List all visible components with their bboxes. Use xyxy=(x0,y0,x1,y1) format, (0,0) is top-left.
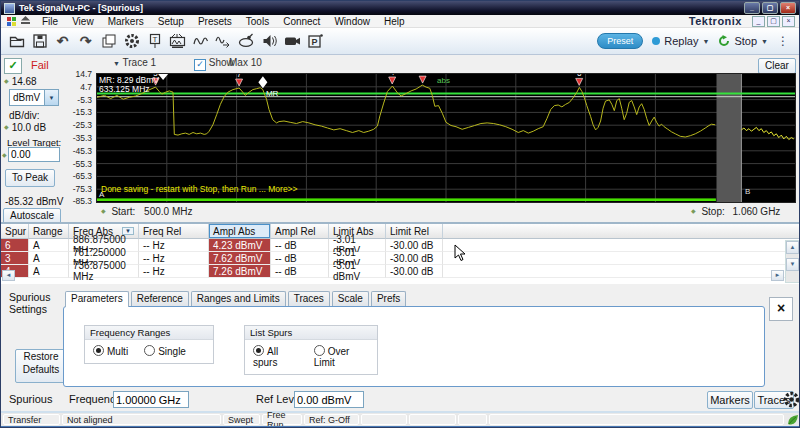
units-dropdown-icon[interactable]: ▼ xyxy=(44,90,58,105)
units-select[interactable]: dBmV ▼ xyxy=(9,89,59,106)
replay-control[interactable]: Replay ▼ xyxy=(652,35,709,47)
to-peak-button[interactable]: To Peak xyxy=(5,169,55,187)
marker-tag-button[interactable]: T xyxy=(143,30,166,52)
db-div-value: 10.0 dB xyxy=(12,122,46,133)
tab-ranges-and-limits[interactable]: Ranges and Limits xyxy=(191,291,286,307)
col-header-ampl-abs[interactable]: Ampl Abs xyxy=(209,224,271,239)
markers-button[interactable]: Markers xyxy=(707,391,753,409)
display-settings-gear-icon[interactable] xyxy=(783,391,800,408)
stop-caret-icon[interactable]: ▼ xyxy=(761,38,768,45)
col-header-limit-rel[interactable]: Limit Rel xyxy=(386,224,443,239)
tab-prefs[interactable]: Prefs xyxy=(371,291,406,307)
radio-icon xyxy=(314,345,325,356)
col-header-ampl-rel[interactable]: Ampl Rel xyxy=(271,224,329,239)
table-vertical-scrollbar[interactable]: ▲ ▼ xyxy=(785,240,800,283)
level-target-input[interactable] xyxy=(8,147,60,162)
restore-defaults-button[interactable]: Restore Defaults xyxy=(15,349,67,383)
menu-file[interactable]: File xyxy=(35,16,65,27)
menu-connect[interactable]: Connect xyxy=(276,16,327,27)
menu-window[interactable]: Window xyxy=(327,16,377,27)
start-value[interactable]: 500.0 MHz xyxy=(144,206,192,217)
show-checkbox[interactable]: ✓ Show xyxy=(194,57,234,71)
svg-text:MR: MR xyxy=(266,89,279,98)
more-menu-icon[interactable]: ⋮ xyxy=(777,34,789,48)
cell-limit-rel: -30.00 dB xyxy=(386,252,443,265)
anchor-icon: ◆ xyxy=(101,208,106,214)
spinning-top-button[interactable] xyxy=(235,30,258,52)
tektronix-logo: Tektronix xyxy=(689,15,742,27)
tab-parameters[interactable]: Parameters xyxy=(65,291,129,307)
menu-view[interactable]: View xyxy=(65,16,101,27)
scroll-left-icon[interactable]: ◄ xyxy=(2,270,15,281)
child-minimize-button[interactable]: _ xyxy=(752,16,765,27)
scroll-down-icon[interactable]: ▼ xyxy=(786,258,799,271)
units-value: dBmV xyxy=(10,92,44,103)
stop-label: Stop xyxy=(734,35,757,47)
table-row[interactable]: 4 A 736.875000 MHz -- Hz 7.26 dBmV -- dB… xyxy=(1,265,800,278)
scroll-up-icon[interactable]: ▲ xyxy=(786,241,799,254)
tab-reference[interactable]: Reference xyxy=(131,291,189,307)
close-button[interactable]: × xyxy=(780,2,796,14)
eject-icon[interactable] xyxy=(20,15,31,27)
scroll-right-icon[interactable]: ► xyxy=(771,270,784,281)
stop-value[interactable]: 1.060 GHz xyxy=(733,206,781,217)
clear-button[interactable]: Clear xyxy=(758,58,796,74)
open-folder-icon xyxy=(9,33,25,49)
marker-readout-line2: 633.125 MHz xyxy=(99,84,150,94)
tab-traces[interactable]: Traces xyxy=(288,291,330,307)
replay-caret-icon[interactable]: ▼ xyxy=(702,38,709,45)
windows-icon xyxy=(101,33,117,49)
cell-limit-rel: -30.00 dB xyxy=(386,265,443,278)
child-close-button[interactable]: × xyxy=(782,16,795,27)
col-header-spur[interactable]: Spur xyxy=(1,224,29,239)
col-header-range[interactable]: Range xyxy=(29,224,69,239)
radio-single[interactable]: Single xyxy=(144,345,186,357)
anchor-icon: ◆ xyxy=(691,208,696,214)
minimize-button[interactable]: _ xyxy=(744,2,760,14)
child-restore-button[interactable]: ▢ xyxy=(767,16,780,27)
menu-markers[interactable]: Markers xyxy=(101,16,151,27)
cell-freq-abs: 736.875000 MHz xyxy=(69,265,139,278)
checkbox-checked-icon[interactable]: ✓ xyxy=(194,59,206,71)
tab-scale[interactable]: Scale xyxy=(332,291,369,307)
undo-button[interactable]: ↶ xyxy=(51,30,74,52)
stop-control[interactable]: Stop ▼ xyxy=(718,35,768,47)
settings-button[interactable] xyxy=(120,30,143,52)
spectrum-plot-svg[interactable]: 57436MR xyxy=(97,74,795,202)
new-display-button[interactable] xyxy=(97,30,120,52)
app-icon xyxy=(4,3,15,14)
radio-icon xyxy=(144,345,155,356)
db-div-label: dB/div: xyxy=(9,110,40,121)
save-button[interactable] xyxy=(28,30,51,52)
preset-marker-button[interactable]: P xyxy=(304,30,327,52)
bottom-level-readout: -85.32 dBmV xyxy=(5,196,63,207)
radio-all-spurs[interactable]: All spurs xyxy=(253,345,302,368)
frequency-input[interactable] xyxy=(113,391,189,408)
col-header-freq-rel[interactable]: Freq Rel xyxy=(139,224,209,239)
redo-button[interactable]: ↷ xyxy=(74,30,97,52)
restore-button[interactable]: ▢ xyxy=(762,2,778,14)
preset-button[interactable]: Preset xyxy=(597,33,643,49)
menu-setup[interactable]: Setup xyxy=(151,16,191,27)
y-tick: -75.3 xyxy=(62,184,92,194)
max-hold-label: Max 10 xyxy=(229,57,262,68)
audio-button[interactable] xyxy=(258,30,281,52)
tek-logo-icon[interactable] xyxy=(7,17,16,26)
trace-button[interactable] xyxy=(189,30,212,52)
menu-help[interactable]: Help xyxy=(377,16,412,27)
menu-presets[interactable]: Presets xyxy=(191,16,239,27)
spectrum-plot[interactable]: 57436MR MR: 8.29 dBmV 633.125 MHz abs Do… xyxy=(96,73,796,203)
menu-tools[interactable]: Tools xyxy=(239,16,276,27)
displays-button[interactable] xyxy=(166,30,189,52)
pass-fail-check-icon[interactable]: ✓ xyxy=(4,58,22,74)
trace-dropdown-icon[interactable]: ▼ xyxy=(113,60,120,67)
camera-button[interactable] xyxy=(281,30,304,52)
open-button[interactable] xyxy=(5,30,28,52)
settings-close-button[interactable]: × xyxy=(769,297,793,321)
radio-multi[interactable]: Multi xyxy=(93,345,128,357)
trace-selector[interactable]: ▼ Trace 1 xyxy=(113,57,156,68)
y-tick: -65.3 xyxy=(62,171,92,181)
analysis-button[interactable] xyxy=(212,30,235,52)
radio-over-limit[interactable]: Over Limit xyxy=(314,345,369,368)
ref-lev-input[interactable] xyxy=(294,391,364,408)
